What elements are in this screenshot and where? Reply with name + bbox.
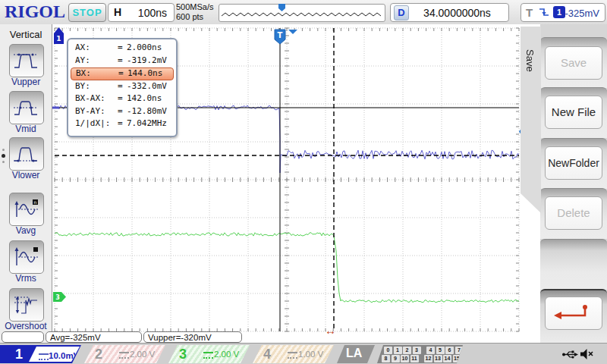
digital-channels-status: 0123456789101112131415	[377, 345, 463, 363]
trigger-label: T	[526, 6, 533, 19]
svg-text:n: n	[34, 199, 37, 205]
digital-channel-15: 15	[453, 355, 461, 362]
vupper-icon	[12, 49, 41, 73]
vmid-icon	[12, 96, 41, 120]
trigger-level-value: -325mV	[565, 8, 599, 19]
trigger-delay-value: 34.0000000ns	[412, 7, 502, 19]
speaker-muted-icon	[580, 348, 594, 360]
vlower-label: Vlower	[0, 170, 52, 180]
new-folder-button[interactable]: NewFolder	[545, 146, 602, 180]
cursor-row-inv-dx: 1/|dX|: = 7.042MHz	[71, 118, 174, 130]
channel-3-status[interactable]: 3 2.00 V	[168, 345, 250, 363]
memory-depth: 600 pts	[176, 12, 214, 22]
digital-channel-7: 7	[455, 347, 464, 354]
cursor-row-bx-selected[interactable]: BX: = 144.0ns	[71, 67, 174, 80]
falling-edge-icon	[538, 6, 550, 19]
trigger-center-marker[interactable]	[288, 30, 297, 34]
trigger-delay-box[interactable]: D 34.0000000ns	[390, 3, 509, 22]
ch1-badge-label: 1	[56, 35, 61, 42]
cursor-b-drag-handle[interactable]: ↔	[325, 324, 336, 337]
cursor-row-ax: AX: = 2.000ns	[71, 42, 174, 55]
channel-status-bar: 1 10.0mV 2 2.00 V 3 2.00 V 4 1.00 V LA 0…	[0, 343, 607, 364]
digital-channel-6: 6	[445, 347, 454, 354]
waveform-position-preview[interactable]	[219, 4, 385, 22]
digital-channel-14: 14	[443, 355, 451, 362]
vrms-button[interactable]	[9, 240, 44, 274]
cursor-readout-panel: AX: = 2.000ns AY: = -319.2mV BX: = 144.0…	[67, 38, 178, 137]
channel-1-number: 1	[2, 347, 36, 362]
digital-channel-8: 8	[382, 355, 390, 362]
softkey-section	[540, 239, 607, 290]
channel-2-status[interactable]: 2 2.00 V	[84, 345, 165, 363]
vavg-button[interactable]: n	[9, 193, 44, 226]
delay-icon: D	[394, 5, 409, 20]
cursor-row-by-ay: BY-AY: = -12.80mV	[71, 105, 174, 118]
digital-channel-9: 9	[392, 355, 400, 362]
channel-1-scale: 10.0mV	[49, 351, 79, 360]
ch2-dc-coupling-icon	[119, 352, 129, 359]
la-label: LA	[346, 347, 362, 360]
timebase-value: 100ns	[138, 7, 167, 19]
channel-4-scale: 1.00 V	[298, 350, 323, 359]
digital-channel-11: 11	[410, 355, 419, 362]
digital-channel-3: 3	[413, 347, 421, 354]
vupper-label: Vupper	[0, 77, 52, 87]
trigger-status-box[interactable]: T 1 -325mV	[521, 3, 605, 22]
digital-channel-5: 5	[436, 347, 445, 354]
acquisition-info: 500MSa/s 600 pts	[176, 2, 214, 22]
horizontal-timebase-box[interactable]: H 100ns	[108, 3, 175, 22]
vavg-icon: n	[12, 197, 41, 221]
vertical-measure-menu: Vertical Vupper Vmid Vlower	[0, 24, 52, 343]
channel-2-scale: 2.00 V	[130, 350, 155, 359]
digital-channel-1: 1	[394, 347, 402, 354]
menu-page-dot-active	[2, 154, 5, 158]
cursor-row-ay: AY: = -319.2mV	[71, 55, 174, 67]
channel-1-body: 1 10.0mV	[2, 347, 80, 362]
sample-rate: 500MSa/s	[176, 2, 214, 12]
digital-channel-0: 0	[384, 347, 392, 354]
digital-channel-12: 12	[424, 355, 432, 362]
measure-vupper: Vupper=-320mV	[143, 331, 242, 343]
save-button[interactable]: Save	[545, 46, 602, 80]
run-state-indicator[interactable]: STOP	[68, 3, 106, 22]
softkey-panel: Save New File NewFolder Delete	[540, 24, 607, 343]
channel-4-number: 4	[263, 347, 271, 362]
channel-3-number: 3	[179, 347, 187, 362]
ch3-badge-label: 3	[55, 294, 60, 301]
vmid-label: Vmid	[0, 124, 52, 134]
delete-button[interactable]: Delete	[545, 196, 602, 230]
digital-channel-2: 2	[403, 347, 411, 354]
cursor-row-bx-ax: BX-AX: = 142.0ns	[71, 93, 174, 105]
h-label: H	[114, 6, 121, 18]
measure-avg: Avg=-325mV	[46, 331, 142, 343]
new-file-button[interactable]: New File	[545, 96, 602, 129]
menu-tab-save: Save	[521, 27, 541, 213]
menu-title: Vertical	[0, 29, 52, 40]
vlower-icon	[12, 142, 41, 166]
vupper-button[interactable]	[9, 44, 44, 77]
vlower-button[interactable]	[9, 137, 44, 171]
vavg-label: Vavg	[0, 225, 52, 236]
overshoot-button[interactable]	[9, 288, 44, 322]
channel-1-status[interactable]: 1 10.0mV	[0, 345, 81, 363]
measure-slot-empty	[2, 331, 44, 343]
trigger-flag-label: T	[278, 31, 283, 39]
menu-page-dot	[2, 161, 5, 163]
oscilloscope-screen: RIGOL STOP H 100ns 500MSa/s 600 pts D 34…	[0, 0, 607, 364]
la-status[interactable]: LA	[337, 345, 375, 363]
vrms-label: Vrms	[0, 273, 52, 284]
ch3-dc-coupling-icon	[203, 352, 213, 359]
overshoot-label: Overshoot	[0, 321, 52, 331]
preview-wave-icon	[219, 5, 383, 20]
channel-4-status[interactable]: 4 1.00 V	[253, 345, 334, 363]
top-status-bar: RIGOL STOP H 100ns 500MSa/s 600 pts D 34…	[0, 0, 607, 25]
back-button[interactable]	[545, 297, 602, 330]
channel-3-scale: 2.00 V	[214, 350, 239, 359]
ch4-dc-coupling-icon	[288, 352, 297, 359]
ch1-dc-coupling-icon	[39, 353, 49, 360]
menu-page-dot	[2, 149, 5, 151]
cursor-row-by: BY: = -332.0mV	[71, 80, 174, 93]
vmid-button[interactable]	[9, 91, 44, 124]
digital-channel-13: 13	[434, 355, 442, 362]
vrms-icon	[12, 245, 41, 269]
